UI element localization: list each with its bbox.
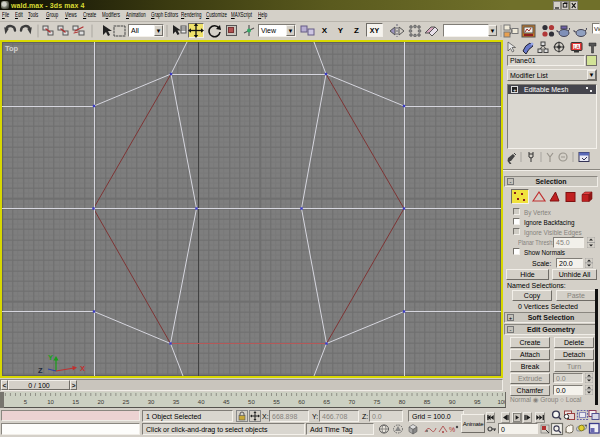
svg-text:Z: Z — [38, 366, 43, 375]
svg-text:25: 25 — [123, 399, 130, 405]
svg-text:90: 90 — [449, 399, 456, 405]
svg-text:85: 85 — [424, 399, 431, 405]
svg-text:X: X — [80, 364, 85, 373]
svg-text:100: 100 — [497, 399, 505, 405]
svg-text:50: 50 — [248, 399, 255, 405]
svg-text:60: 60 — [298, 399, 305, 405]
svg-text:%: % — [449, 426, 455, 433]
svg-text:30: 30 — [148, 399, 155, 405]
svg-text:70: 70 — [348, 399, 355, 405]
svg-text:5: 5 — [24, 399, 28, 405]
svg-text:Y: Y — [48, 353, 53, 362]
svg-text:55: 55 — [273, 399, 280, 405]
svg-text:15: 15 — [72, 399, 79, 405]
svg-text:95: 95 — [474, 399, 481, 405]
svg-text:Top: Top — [5, 44, 19, 53]
svg-text:LA: LA — [574, 44, 581, 50]
svg-text:40: 40 — [198, 399, 205, 405]
svg-text:80: 80 — [399, 399, 406, 405]
svg-text:45: 45 — [223, 399, 230, 405]
svg-text:10: 10 — [47, 399, 54, 405]
svg-text:20: 20 — [97, 399, 104, 405]
svg-text:65: 65 — [323, 399, 330, 405]
svg-text:75: 75 — [374, 399, 381, 405]
svg-text:35: 35 — [173, 399, 180, 405]
